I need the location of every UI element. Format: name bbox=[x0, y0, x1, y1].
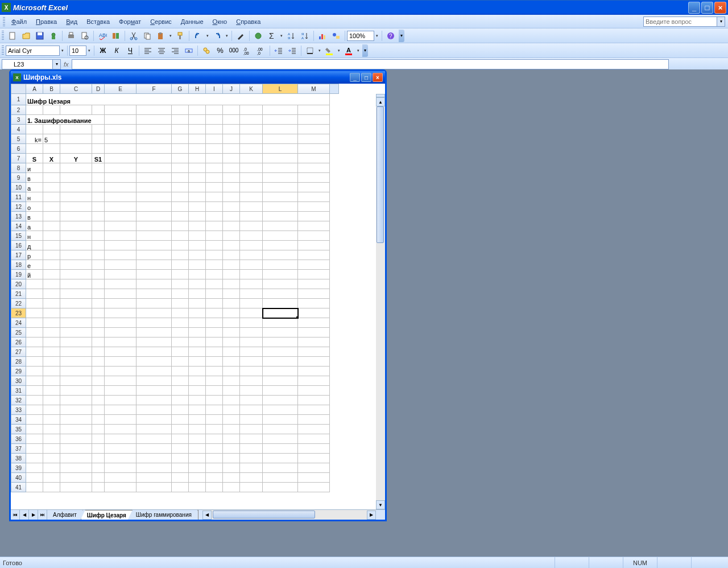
help-search-dropdown[interactable]: ▾ bbox=[717, 17, 725, 27]
col-header-F[interactable]: F bbox=[136, 84, 172, 94]
cell-B13[interactable] bbox=[43, 212, 60, 221]
row-header-34[interactable]: 34 bbox=[11, 415, 26, 425]
row-header-17[interactable]: 17 bbox=[11, 250, 26, 260]
cell-J14[interactable] bbox=[223, 221, 240, 231]
col-header-G[interactable]: G bbox=[172, 84, 189, 94]
cell-A1[interactable]: Шифр Цезаря bbox=[26, 94, 330, 105]
cell-I27[interactable] bbox=[206, 347, 223, 357]
fx-icon[interactable]: fx bbox=[64, 61, 69, 68]
cell-A13[interactable]: в bbox=[26, 212, 43, 221]
cell-B17[interactable] bbox=[43, 250, 60, 260]
cell-B16[interactable] bbox=[43, 241, 60, 250]
sheet-tab-1[interactable]: Шифр Цезаря bbox=[81, 510, 133, 520]
cell-K16[interactable] bbox=[240, 241, 263, 250]
cell-G20[interactable] bbox=[172, 279, 189, 289]
cell-A10[interactable]: а bbox=[26, 183, 43, 192]
menu-edit[interactable]: Правка bbox=[31, 17, 61, 27]
cell-M37[interactable] bbox=[298, 444, 330, 454]
cell-K31[interactable] bbox=[240, 386, 263, 396]
cell-F14[interactable] bbox=[136, 221, 172, 231]
cell-E18[interactable] bbox=[105, 260, 136, 270]
cell-E10[interactable] bbox=[105, 183, 136, 192]
cell-B34[interactable] bbox=[43, 415, 60, 425]
col-header-B[interactable]: B bbox=[43, 84, 60, 94]
cell-E9[interactable] bbox=[105, 173, 136, 183]
cell-A11[interactable]: н bbox=[26, 192, 43, 202]
cell-I25[interactable] bbox=[206, 328, 223, 337]
cell-M7[interactable] bbox=[298, 154, 330, 163]
cell-F13[interactable] bbox=[136, 212, 172, 221]
cell-E41[interactable] bbox=[105, 483, 136, 492]
cell-L32[interactable] bbox=[263, 396, 298, 405]
cell-F6[interactable] bbox=[136, 144, 172, 154]
row-header-20[interactable]: 20 bbox=[11, 279, 26, 289]
cell-M4[interactable] bbox=[298, 125, 330, 134]
cell-K21[interactable] bbox=[240, 289, 263, 299]
cell-J11[interactable] bbox=[223, 192, 240, 202]
cell-H8[interactable] bbox=[189, 163, 206, 173]
cell-L26[interactable] bbox=[263, 337, 298, 347]
cell-D26[interactable] bbox=[92, 337, 105, 347]
cell-H15[interactable] bbox=[189, 231, 206, 241]
cell-H28[interactable] bbox=[189, 357, 206, 367]
name-box[interactable]: L23 bbox=[2, 59, 53, 69]
cell-I41[interactable] bbox=[206, 483, 223, 492]
cell-G41[interactable] bbox=[172, 483, 189, 492]
paste-icon[interactable] bbox=[155, 30, 167, 42]
cell-M13[interactable] bbox=[298, 212, 330, 221]
cell-M25[interactable] bbox=[298, 328, 330, 337]
cell-C27[interactable] bbox=[60, 347, 92, 357]
cell-K34[interactable] bbox=[240, 415, 263, 425]
cell-H14[interactable] bbox=[189, 221, 206, 231]
permissions-icon[interactable] bbox=[47, 30, 60, 42]
cell-H6[interactable] bbox=[189, 144, 206, 154]
cell-D24[interactable] bbox=[92, 318, 105, 328]
toolbar-options[interactable]: ▾ bbox=[399, 30, 404, 42]
cell-A31[interactable] bbox=[26, 386, 43, 396]
cell-J7[interactable] bbox=[223, 154, 240, 163]
cell-K23[interactable] bbox=[240, 308, 263, 318]
cell-K28[interactable] bbox=[240, 357, 263, 367]
font-select[interactable]: Arial Cyr bbox=[6, 46, 60, 56]
cell-L25[interactable] bbox=[263, 328, 298, 337]
cell-C39[interactable] bbox=[60, 463, 92, 473]
cell-B31[interactable] bbox=[43, 386, 60, 396]
cell-H36[interactable] bbox=[189, 434, 206, 444]
cell-L31[interactable] bbox=[263, 386, 298, 396]
cell-C12[interactable] bbox=[60, 202, 92, 212]
cell-G24[interactable] bbox=[172, 318, 189, 328]
cell-J5[interactable] bbox=[223, 134, 240, 144]
cell-D18[interactable] bbox=[92, 260, 105, 270]
cell-J27[interactable] bbox=[223, 347, 240, 357]
redo-dropdown[interactable]: ▾ bbox=[224, 30, 230, 42]
cell-C9[interactable] bbox=[60, 173, 92, 183]
cell-L37[interactable] bbox=[263, 444, 298, 454]
cell-K8[interactable] bbox=[240, 163, 263, 173]
print-icon[interactable] bbox=[65, 30, 77, 42]
cell-E27[interactable] bbox=[105, 347, 136, 357]
cell-L6[interactable] bbox=[263, 144, 298, 154]
cell-F21[interactable] bbox=[136, 289, 172, 299]
cell-D38[interactable] bbox=[92, 454, 105, 463]
toolbar-grip[interactable] bbox=[2, 46, 4, 56]
cell-H35[interactable] bbox=[189, 425, 206, 434]
cell-M20[interactable] bbox=[298, 279, 330, 289]
cell-B28[interactable] bbox=[43, 357, 60, 367]
cell-F34[interactable] bbox=[136, 415, 172, 425]
cell-H13[interactable] bbox=[189, 212, 206, 221]
cell-B25[interactable] bbox=[43, 328, 60, 337]
cell-I36[interactable] bbox=[206, 434, 223, 444]
row-header-12[interactable]: 12 bbox=[11, 202, 26, 212]
decrease-indent-icon[interactable] bbox=[272, 44, 285, 57]
row-header-23[interactable]: 23 bbox=[11, 308, 26, 318]
cell-M28[interactable] bbox=[298, 357, 330, 367]
cell-L16[interactable] bbox=[263, 241, 298, 250]
cell-J4[interactable] bbox=[223, 125, 240, 134]
align-center-icon[interactable] bbox=[155, 44, 168, 57]
cell-L7[interactable] bbox=[263, 154, 298, 163]
font-dropdown[interactable]: ▾ bbox=[60, 44, 65, 57]
cell-C32[interactable] bbox=[60, 396, 92, 405]
row-header-4[interactable]: 4 bbox=[11, 125, 26, 134]
row-header-9[interactable]: 9 bbox=[11, 173, 26, 183]
cell-D35[interactable] bbox=[92, 425, 105, 434]
